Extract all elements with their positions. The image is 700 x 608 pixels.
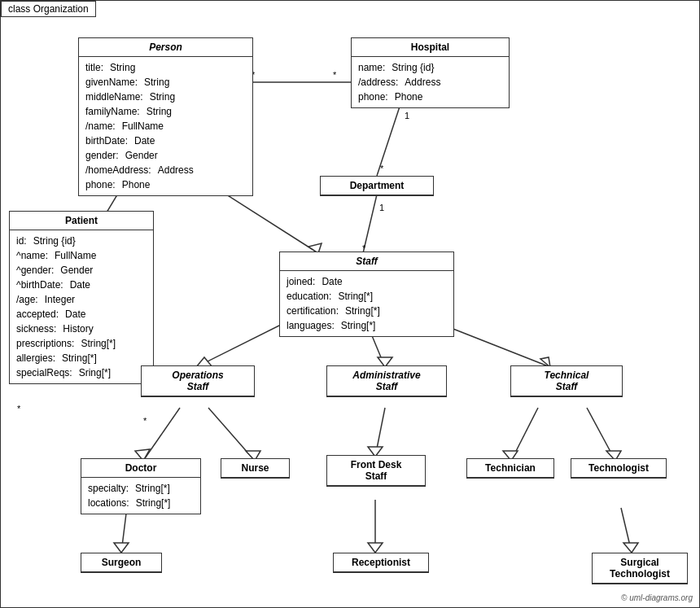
svg-marker-31	[114, 543, 129, 553]
technologist-class: Technologist	[571, 458, 667, 479]
department-title: Department	[321, 177, 433, 195]
nurse-class: Nurse	[221, 458, 290, 479]
surgeon-class: Surgeon	[81, 553, 162, 573]
department-class: Department	[320, 176, 434, 196]
svg-text:1: 1	[405, 111, 409, 120]
diagram-title: class Organization	[1, 1, 96, 17]
surgical-technologist-title: Surgical Technologist	[593, 553, 687, 584]
staff-body: joined:Date education:String[*] certific…	[280, 271, 453, 336]
copyright: © uml-diagrams.org	[621, 593, 693, 602]
patient-body: id:String {id} ^name:FullName ^gender:Ge…	[10, 230, 153, 383]
diagram-container: class Organization * * 1 * 1 *	[0, 0, 700, 608]
hospital-title: Hospital	[352, 38, 509, 57]
doctor-class: Doctor specialty:String[*] locations:Str…	[81, 458, 201, 514]
operations-staff-class: Operations Staff	[141, 365, 255, 397]
svg-text:*: *	[17, 404, 21, 413]
person-title: Person	[79, 38, 252, 57]
svg-line-7	[363, 195, 377, 253]
technical-staff-title: Technical Staff	[511, 366, 622, 396]
patient-title: Patient	[10, 212, 153, 230]
svg-line-34	[621, 508, 632, 553]
surgical-technologist-class: Surgical Technologist	[592, 553, 688, 584]
svg-line-24	[375, 408, 385, 457]
doctor-body: specialty:String[*] locations:String[*]	[81, 478, 200, 514]
technologist-title: Technologist	[571, 459, 666, 478]
administrative-staff-class: Administrative Staff	[326, 365, 447, 397]
svg-text:1: 1	[379, 203, 384, 212]
surgeon-title: Surgeon	[81, 553, 161, 572]
person-class: Person title:String givenName:String mid…	[78, 37, 253, 196]
svg-line-22	[208, 408, 255, 461]
svg-marker-35	[623, 543, 638, 553]
administrative-staff-title: Administrative Staff	[327, 366, 446, 396]
operations-staff-title: Operations Staff	[142, 366, 254, 396]
svg-line-28	[587, 408, 615, 461]
svg-line-20	[143, 408, 180, 461]
patient-class: Patient id:String {id} ^name:FullName ^g…	[9, 211, 154, 384]
svg-text:*: *	[380, 164, 384, 173]
svg-line-26	[511, 408, 538, 461]
receptionist-title: Receptionist	[334, 553, 428, 572]
doctor-title: Doctor	[81, 459, 200, 478]
technician-class: Technician	[466, 458, 554, 479]
front-desk-staff-title: Front Desk Staff	[327, 456, 425, 486]
staff-title: Staff	[280, 252, 453, 271]
svg-text:*: *	[333, 70, 337, 80]
svg-marker-33	[368, 543, 383, 553]
technician-title: Technician	[467, 459, 553, 478]
hospital-class: Hospital name:String {id} /address:Addre…	[351, 37, 510, 108]
technical-staff-class: Technical Staff	[510, 365, 623, 397]
hospital-body: name:String {id} /address:Address phone:…	[352, 57, 509, 107]
svg-line-3	[377, 107, 400, 176]
staff-class: Staff joined:Date education:String[*] ce…	[279, 252, 454, 337]
svg-text:*: *	[143, 416, 147, 426]
receptionist-class: Receptionist	[333, 553, 429, 573]
front-desk-staff-class: Front Desk Staff	[326, 455, 426, 487]
person-body: title:String givenName:String middleName…	[79, 57, 252, 195]
nurse-title: Nurse	[221, 459, 289, 478]
